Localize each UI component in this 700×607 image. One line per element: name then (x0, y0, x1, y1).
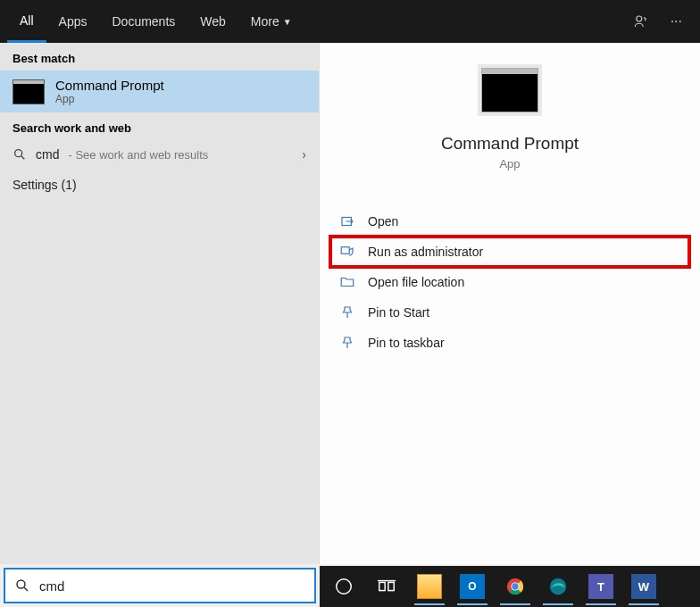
command-prompt-icon (481, 68, 538, 112)
chevron-right-icon: › (302, 147, 306, 162)
results-panel: Best match Command Prompt App Search wor… (0, 43, 319, 564)
search-icon (14, 578, 30, 594)
svg-rect-8 (379, 582, 385, 590)
search-query: cmd (36, 147, 59, 162)
search-box[interactable] (4, 568, 316, 603)
command-prompt-icon (12, 79, 45, 104)
action-label: Run as administrator (368, 245, 483, 259)
search-web-result[interactable]: cmd - See work and web results › (0, 140, 319, 169)
search-filter-tabs: All Apps Documents Web More▼ ··· (0, 0, 700, 43)
action-open-file-location[interactable]: Open file location (330, 267, 689, 297)
pin-icon (339, 335, 355, 351)
teams-icon[interactable]: T (580, 566, 621, 607)
best-match-header: Best match (0, 43, 319, 71)
taskbar: O T W (320, 566, 700, 607)
result-title: Command Prompt (55, 78, 164, 93)
file-explorer-icon[interactable] (409, 566, 450, 607)
svg-point-7 (337, 579, 352, 595)
action-pin-to-taskbar[interactable]: Pin to taskbar (330, 328, 689, 358)
search-icon (12, 147, 27, 162)
svg-point-15 (512, 583, 518, 589)
preview-panel: Command Prompt App Open Run as administr… (319, 43, 700, 564)
edge-icon[interactable] (538, 566, 579, 607)
action-open[interactable]: Open (330, 206, 689, 237)
outlook-icon[interactable]: O (452, 566, 493, 607)
action-label: Pin to Start (368, 305, 429, 320)
open-icon (339, 213, 355, 229)
action-label: Open file location (368, 275, 464, 289)
svg-line-2 (21, 156, 24, 159)
tab-label: All (20, 13, 34, 28)
chrome-icon[interactable] (495, 566, 536, 607)
feedback-icon[interactable] (622, 13, 660, 29)
search-hint: - See work and web results (68, 148, 208, 162)
tab-label: Apps (59, 14, 88, 29)
svg-rect-4 (341, 247, 349, 254)
best-match-result[interactable]: Command Prompt App (0, 71, 319, 112)
action-pin-to-start[interactable]: Pin to Start (330, 297, 689, 328)
more-options-icon[interactable]: ··· (660, 13, 693, 29)
svg-point-0 (636, 16, 641, 21)
settings-result[interactable]: Settings (1) (0, 169, 319, 201)
preview-title: Command Prompt (441, 134, 579, 154)
action-run-as-administrator[interactable]: Run as administrator (330, 237, 689, 267)
tab-apps[interactable]: Apps (46, 0, 100, 43)
svg-point-1 (15, 150, 22, 157)
search-input[interactable] (39, 578, 305, 594)
svg-rect-9 (388, 582, 394, 590)
result-subtitle: App (55, 93, 164, 105)
task-view-icon[interactable] (366, 566, 407, 607)
tab-web[interactable]: Web (188, 0, 238, 43)
tab-label: More (251, 14, 279, 29)
search-web-header: Search work and web (0, 112, 319, 140)
folder-icon (339, 274, 355, 290)
word-icon[interactable]: W (623, 566, 664, 607)
tab-label: Documents (112, 14, 175, 29)
svg-point-5 (17, 580, 25, 588)
actions-list: Open Run as administrator Open file loca… (320, 206, 700, 358)
tab-documents[interactable]: Documents (99, 0, 188, 43)
admin-shield-icon (339, 244, 355, 260)
svg-line-6 (24, 587, 28, 591)
chevron-down-icon: ▼ (283, 17, 292, 27)
cortana-icon[interactable] (323, 566, 364, 607)
action-label: Open (368, 214, 398, 229)
pin-icon (339, 304, 355, 320)
preview-subtitle: App (499, 157, 520, 170)
action-label: Pin to taskbar (368, 336, 445, 350)
tab-all[interactable]: All (7, 0, 46, 43)
tab-more[interactable]: More▼ (238, 0, 304, 43)
tab-label: Web (200, 14, 226, 29)
